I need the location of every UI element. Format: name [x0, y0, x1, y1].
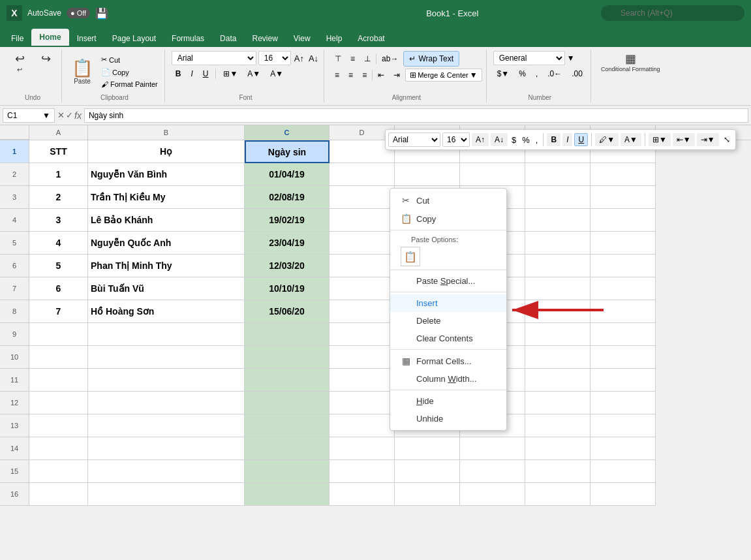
cell-c7[interactable]: 10/10/19	[245, 277, 330, 300]
conditional-formatting-button[interactable]: ▦ Conditional Formatting	[598, 51, 664, 74]
confirm-formula-icon[interactable]: ✓	[66, 110, 73, 120]
cell-g5[interactable]	[525, 232, 590, 255]
percent-button[interactable]: %	[515, 67, 530, 80]
cell-f2[interactable]	[460, 163, 525, 186]
cell-e2[interactable]	[395, 163, 460, 186]
row-num-14[interactable]: 14	[0, 437, 29, 460]
row-num-1[interactable]: 1	[0, 140, 29, 163]
ctx-clear-contents[interactable]: Clear Contents	[390, 330, 506, 347]
cell-h5[interactable]	[590, 232, 656, 255]
tab-view[interactable]: View	[286, 30, 318, 47]
formula-input[interactable]	[84, 108, 748, 123]
cell-a9[interactable]	[29, 323, 88, 346]
cell-d3[interactable]	[330, 186, 395, 209]
row-num-16[interactable]: 16	[0, 483, 29, 506]
cell-b6[interactable]: Phan Thị Minh Thy	[88, 255, 245, 277]
row-num-11[interactable]: 11	[0, 369, 29, 392]
cell-b3[interactable]: Trần Thị Kiều My	[88, 186, 245, 209]
italic-button[interactable]: I	[187, 67, 196, 80]
tab-acrobat[interactable]: Acrobat	[350, 30, 392, 47]
undo-button[interactable]: ↩ ↩	[8, 51, 31, 75]
cell-a4[interactable]: 3	[29, 209, 88, 232]
align-bottom-button[interactable]: ⊥	[360, 52, 375, 65]
ctx-format-cells[interactable]: ▦ Format Cells...	[390, 352, 506, 370]
cell-h2[interactable]	[590, 163, 656, 186]
row-num-5[interactable]: 5	[0, 232, 29, 255]
ctx-paste-special[interactable]: Paste Special...	[390, 272, 506, 290]
cell-a10[interactable]	[29, 346, 88, 369]
mini-italic-button[interactable]: I	[562, 133, 572, 146]
increase-font-icon[interactable]: A↑	[293, 52, 305, 65]
cell-c2[interactable]: 01/04/19	[245, 163, 330, 186]
cell-g2[interactable]	[525, 163, 590, 186]
cell-b7[interactable]: Bùi Tuấn Vũ	[88, 277, 245, 300]
align-center-button[interactable]: ≡	[345, 69, 357, 82]
cell-d5[interactable]	[330, 232, 395, 255]
cell-c5[interactable]: 23/04/19	[245, 232, 330, 255]
mini-borders-button[interactable]: ⊞▼	[649, 133, 671, 146]
cell-c8[interactable]: 15/06/20	[245, 300, 330, 323]
tab-formulas[interactable]: Formulas	[164, 30, 212, 47]
cell-g6[interactable]	[525, 255, 590, 277]
mini-fill-color-button[interactable]: 🖊▼	[595, 133, 619, 146]
col-header-a[interactable]: A	[29, 125, 88, 140]
row-num-4[interactable]: 4	[0, 209, 29, 232]
cell-reference-box[interactable]: C1 ▼	[3, 108, 55, 123]
cell-b4[interactable]: Lê Bảo Khánh	[88, 209, 245, 232]
font-color-button[interactable]: A▼	[266, 67, 287, 80]
cell-c4[interactable]: 19/02/19	[245, 209, 330, 232]
cell-d6[interactable]	[330, 255, 395, 277]
cell-b5[interactable]: Nguyễn Quốc Anh	[88, 232, 245, 255]
paste-option-icon[interactable]: 📋	[401, 247, 420, 266]
cell-b1[interactable]: Họ	[88, 140, 245, 163]
align-left-button[interactable]: ≡	[331, 69, 343, 82]
tab-home[interactable]: Home	[31, 29, 69, 47]
cell-h6[interactable]	[590, 255, 656, 277]
decrease-decimal-button[interactable]: .0←	[544, 67, 566, 80]
format-painter-button[interactable]: 🖌Format Painter	[99, 79, 161, 89]
cell-a2[interactable]: 1	[29, 163, 88, 186]
cell-d8[interactable]	[330, 300, 395, 323]
insert-function-icon[interactable]: fx	[74, 110, 82, 121]
decrease-indent-button[interactable]: ⇤	[374, 69, 388, 82]
cell-c6[interactable]: 12/03/20	[245, 255, 330, 277]
mini-percent-icon[interactable]: %	[520, 134, 532, 146]
ctx-hide[interactable]: Hide	[390, 392, 506, 410]
row-num-8[interactable]: 8	[0, 300, 29, 323]
col-header-c[interactable]: C	[245, 125, 330, 140]
tab-file[interactable]: File	[3, 30, 31, 47]
align-top-button[interactable]: ⊤	[331, 52, 345, 65]
number-format-select[interactable]: General	[493, 51, 565, 65]
mini-decrease-indent2[interactable]: ⇥▼	[697, 133, 719, 146]
increase-decimal-button[interactable]: .00	[568, 67, 587, 80]
ctx-copy[interactable]: 📋 Copy	[390, 210, 506, 228]
fill-color-button[interactable]: A▼	[243, 67, 264, 80]
row-num-6[interactable]: 6	[0, 255, 29, 277]
font-size-select[interactable]: 16	[258, 51, 291, 65]
mini-expand-icon[interactable]: ⤡	[721, 134, 733, 146]
cell-a3[interactable]: 2	[29, 186, 88, 209]
cell-h4[interactable]	[590, 209, 656, 232]
cell-ref-dropdown-icon[interactable]: ▼	[42, 111, 50, 120]
copy-button[interactable]: 📄Copy	[99, 67, 161, 78]
redo-button[interactable]: ↪	[34, 51, 57, 67]
row-num-7[interactable]: 7	[0, 277, 29, 300]
ctx-insert[interactable]: Insert	[390, 294, 506, 312]
search-input[interactable]	[601, 5, 744, 21]
mini-size-select[interactable]: 16	[442, 132, 470, 147]
align-middle-button[interactable]: ≡	[346, 52, 359, 65]
row-num-10[interactable]: 10	[0, 346, 29, 369]
mini-dollar-icon[interactable]: $	[510, 134, 518, 146]
increase-indent-button[interactable]: ⇥	[390, 69, 404, 82]
row-num-15[interactable]: 15	[0, 460, 29, 483]
col-header-b[interactable]: B	[88, 125, 245, 140]
bold-button[interactable]: B	[172, 67, 185, 80]
tab-help[interactable]: Help	[318, 30, 350, 47]
autosave-toggle[interactable]: ● Off	[67, 8, 90, 18]
tab-review[interactable]: Review	[244, 30, 285, 47]
borders-button[interactable]: ⊞▼	[219, 67, 241, 80]
mini-decrease-font[interactable]: A↓	[491, 133, 508, 146]
row-num-3[interactable]: 3	[0, 186, 29, 209]
cell-g3[interactable]	[525, 186, 590, 209]
cell-b8[interactable]: Hồ Hoàng Sơn	[88, 300, 245, 323]
